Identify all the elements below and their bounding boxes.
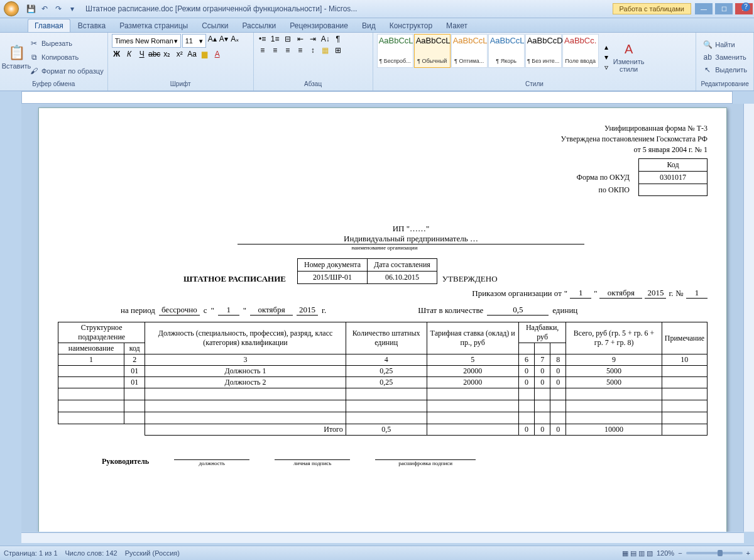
font-size-select[interactable]: 11▾ xyxy=(182,34,206,48)
org-name: Индивидуальный предприниматель … xyxy=(238,234,584,244)
align-right-button[interactable]: ≡ xyxy=(283,45,293,55)
chevron-down-icon: ▾ xyxy=(174,37,178,45)
table-row[interactable]: 01Должность 10,25200000005000 xyxy=(58,366,708,377)
code-header: Код xyxy=(639,159,708,172)
table-tools-context: Работа с таблицами xyxy=(613,3,691,14)
styles-down-icon[interactable]: ▾ xyxy=(601,52,611,62)
indent-button[interactable]: ⇥ xyxy=(308,34,318,44)
highlight-button[interactable]: ▆ xyxy=(200,49,210,59)
doc-title: ШТАТНОЕ РАСПИСАНИЕ xyxy=(183,274,286,284)
superscript-button[interactable]: x² xyxy=(175,49,185,59)
underline-button[interactable]: Ч xyxy=(137,49,147,59)
status-page[interactable]: Страница: 1 из 1 xyxy=(4,549,58,557)
search-icon: 🔍 xyxy=(702,40,713,50)
okud-value: 0301017 xyxy=(639,172,708,184)
tab-view[interactable]: Вид xyxy=(356,19,382,32)
code-table: Код Форма по ОКУД0301017 по ОКПО xyxy=(568,158,708,196)
qat-more-icon[interactable]: ▾ xyxy=(67,3,78,14)
shading-button[interactable]: ▦ xyxy=(320,45,331,55)
subscript-button[interactable]: x₂ xyxy=(162,49,172,59)
show-marks-button[interactable]: ¶ xyxy=(333,34,343,44)
change-case-button[interactable]: Aa xyxy=(187,49,197,59)
redo-icon[interactable]: ↷ xyxy=(53,3,64,14)
okpo-value[interactable] xyxy=(639,184,708,196)
tab-references[interactable]: Ссылки xyxy=(195,19,234,32)
zoom-slider[interactable] xyxy=(686,552,743,554)
justify-button[interactable]: ≡ xyxy=(295,45,305,55)
tab-mailings[interactable]: Рассылки xyxy=(236,19,282,32)
okud-label: Форма по ОКУД xyxy=(568,172,639,184)
document-viewport[interactable]: Унифицированная форма № Т-3 Утверждена п… xyxy=(21,104,744,532)
numbering-button[interactable]: 1≡ xyxy=(270,34,280,44)
borders-button[interactable]: ⊞ xyxy=(333,45,343,55)
clear-format-icon[interactable]: Aₓ xyxy=(230,34,240,44)
style-item[interactable]: AaBbCcL¶ Якорь xyxy=(488,34,525,68)
tab-home[interactable]: Главная xyxy=(28,19,70,32)
paste-label: Вставить xyxy=(2,62,31,70)
boss-label: Руководитель xyxy=(102,457,149,466)
styles-up-icon[interactable]: ▴ xyxy=(601,42,611,52)
copy-icon: ⧉ xyxy=(29,52,39,62)
style-item[interactable]: AaBbCcDc¶ Без инте... xyxy=(525,34,562,68)
format-painter-button[interactable]: 🖌Формат по образцу xyxy=(29,65,104,77)
cut-button[interactable]: ✂Вырезать xyxy=(29,37,104,50)
form-line3: от 5 января 2004 г. № 1 xyxy=(58,145,708,155)
styles-group-label: Стили xyxy=(377,80,692,89)
select-button[interactable]: ↖Выделить xyxy=(700,63,750,76)
statusbar: Страница: 1 из 1 Число слов: 142 Русский… xyxy=(0,546,754,560)
titlebar: 💾 ↶ ↷ ▾ Штатное расписание.doc [Режим ог… xyxy=(0,0,754,18)
font-color-button[interactable]: A xyxy=(212,49,222,59)
style-item[interactable]: AaBbCcL¶ Оптима... xyxy=(451,34,488,68)
undo-icon[interactable]: ↶ xyxy=(39,3,50,14)
copy-button[interactable]: ⧉Копировать xyxy=(29,51,104,63)
change-styles-button[interactable]: A Изменить стили xyxy=(611,34,647,80)
table-row[interactable]: 01Должность 20,25200000005000 xyxy=(58,377,708,388)
help-icon[interactable]: ? xyxy=(741,3,750,11)
editing-group-label: Редактирование xyxy=(700,80,750,89)
horizontal-ruler[interactable] xyxy=(21,91,733,104)
find-button[interactable]: 🔍Найти xyxy=(700,38,750,51)
sort-button[interactable]: A↓ xyxy=(320,34,331,44)
grow-font-icon[interactable]: A▴ xyxy=(207,34,217,44)
brush-icon: 🖌 xyxy=(29,66,39,76)
ribbon-tabs: Главная Вставка Разметка страницы Ссылки… xyxy=(0,18,754,32)
zoom-value[interactable]: 120% xyxy=(657,549,674,557)
status-words[interactable]: Число слов: 142 xyxy=(65,549,117,557)
view-buttons[interactable]: ▦ ▤ ▥ ▧ xyxy=(622,549,653,557)
tab-layout[interactable]: Разметка страницы xyxy=(113,19,194,32)
styles-more-icon[interactable]: ▿ xyxy=(601,62,611,72)
paste-button[interactable]: 📋 Вставить xyxy=(4,34,29,80)
align-center-button[interactable]: ≡ xyxy=(270,45,280,55)
document-page[interactable]: Унифицированная форма № Т-3 Утверждена п… xyxy=(38,107,727,532)
bold-button[interactable]: Ж xyxy=(112,49,122,59)
style-item[interactable]: AaBbCcL¶ Беспроб... xyxy=(377,34,413,68)
multilevel-button[interactable]: ⊟ xyxy=(283,34,293,44)
font-name-select[interactable]: Times New Roman▾ xyxy=(112,34,181,48)
minimize-button[interactable]: — xyxy=(695,3,713,14)
maximize-button[interactable]: ☐ xyxy=(715,3,733,14)
italic-button[interactable]: К xyxy=(124,49,134,59)
line-spacing-button[interactable]: ↕ xyxy=(308,45,318,55)
save-icon[interactable]: 💾 xyxy=(25,3,36,14)
style-item[interactable]: AaBbCc.Поле ввода xyxy=(562,34,599,68)
main-table[interactable]: Структурное подразделение Должность (спе… xyxy=(58,322,708,436)
tab-review[interactable]: Рецензирование xyxy=(283,19,354,32)
zoom-out-button[interactable]: − xyxy=(678,549,682,557)
align-left-button[interactable]: ≡ xyxy=(258,45,268,55)
replace-button[interactable]: abЗаменить xyxy=(700,51,750,63)
status-lang[interactable]: Русский (Россия) xyxy=(125,549,180,557)
office-button[interactable] xyxy=(0,0,23,18)
dedent-button[interactable]: ⇤ xyxy=(295,34,305,44)
tab-table-layout[interactable]: Макет xyxy=(440,19,474,32)
shrink-font-icon[interactable]: A▾ xyxy=(219,34,229,44)
horizontal-scrollbar[interactable] xyxy=(21,532,744,543)
strike-button[interactable]: abc xyxy=(150,49,160,59)
style-item[interactable]: AaBbCcL¶ Обычный xyxy=(414,34,451,68)
tab-design[interactable]: Конструктор xyxy=(383,19,439,32)
zoom-in-button[interactable]: + xyxy=(746,549,750,557)
vertical-scrollbar[interactable] xyxy=(743,104,754,532)
chevron-down-icon: ▾ xyxy=(199,37,203,45)
window-title: Штатное расписание.doc [Режим ограниченн… xyxy=(85,4,613,13)
tab-insert[interactable]: Вставка xyxy=(72,19,112,32)
bullets-button[interactable]: •≡ xyxy=(258,34,268,44)
